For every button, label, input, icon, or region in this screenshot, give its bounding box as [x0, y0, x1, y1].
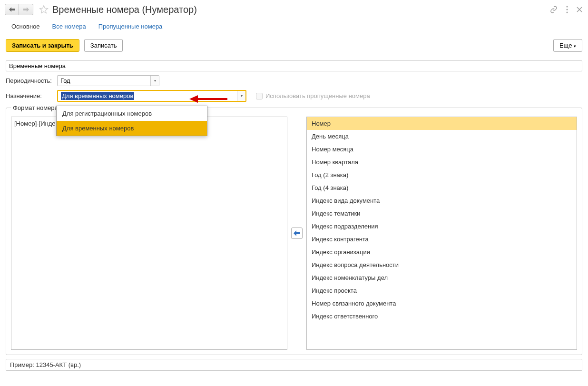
dropdown-option-temporary[interactable]: Для временных номеров	[57, 121, 207, 136]
list-item[interactable]: Номер месяца	[307, 143, 577, 156]
list-item[interactable]: Номер	[307, 117, 577, 130]
purpose-select[interactable]: Для временных номеров	[58, 91, 237, 101]
list-item[interactable]: Год (2 знака)	[307, 168, 577, 181]
tab-skipped[interactable]: Пропущенные номера	[93, 19, 168, 32]
periodicity-dropdown-button[interactable]: ▾	[150, 76, 159, 86]
list-item[interactable]: Индекс вида документа	[307, 194, 577, 207]
list-item[interactable]: Индекс подразделения	[307, 220, 577, 233]
list-item[interactable]: Номер связанного документа	[307, 297, 577, 310]
link-icon[interactable]	[549, 5, 559, 14]
periodicity-label: Периодичность:	[6, 77, 54, 84]
purpose-dropdown-list: Для регистрационных номеров Для временны…	[56, 106, 207, 136]
use-skipped-label: Использовать пропущенные номера	[265, 92, 370, 99]
format-group: Формат номера [Номер]-[Инде Номер День м…	[6, 108, 582, 355]
example-output: Пример: 12345-АКТ (вр.)	[6, 359, 582, 371]
kebab-menu-icon[interactable]	[565, 5, 569, 14]
purpose-select-wrap: Для временных номеров ▾	[57, 90, 246, 102]
more-button[interactable]: Еще ▾	[553, 39, 582, 52]
list-item[interactable]: Год (4 знака)	[307, 181, 577, 194]
format-group-title: Формат номера	[11, 104, 60, 111]
list-item[interactable]: Индекс организации	[307, 246, 577, 258]
list-item[interactable]: Индекс номенклатуры дел	[307, 271, 577, 284]
back-button[interactable]	[5, 4, 19, 15]
periodicity-select[interactable]	[58, 76, 150, 86]
save-and-close-button[interactable]: Записать и закрыть	[6, 39, 79, 52]
page-title: Временные номера (Нумератор)	[52, 4, 197, 15]
placeholders-list: Номер День месяца Номер месяца Номер ква…	[306, 117, 577, 350]
svg-point-1	[567, 9, 568, 10]
dropdown-option-registration[interactable]: Для регистрационных номеров	[57, 106, 207, 121]
tab-main[interactable]: Основное	[6, 19, 46, 32]
purpose-label: Назначение:	[6, 92, 54, 99]
arrow-right-icon	[23, 7, 29, 12]
svg-point-2	[567, 12, 568, 13]
list-item[interactable]: Индекс тематики	[307, 207, 577, 220]
use-skipped-checkbox	[256, 93, 263, 99]
move-left-button[interactable]	[291, 228, 303, 239]
save-button[interactable]: Записать	[84, 39, 123, 52]
chevron-down-icon: ▾	[574, 44, 576, 49]
list-item[interactable]: Индекс вопроса деятельности	[307, 258, 577, 271]
list-item[interactable]: Номер квартала	[307, 156, 577, 168]
tab-bar: Основное Все номера Пропущенные номера	[0, 19, 588, 32]
name-input[interactable]	[6, 60, 582, 71]
list-item[interactable]: День месяца	[307, 130, 577, 143]
close-icon[interactable]	[576, 6, 583, 13]
tab-all-numbers[interactable]: Все номера	[47, 19, 92, 32]
forward-button[interactable]	[19, 4, 33, 15]
favorite-star-icon[interactable]	[39, 5, 49, 14]
list-item[interactable]: Индекс контрагента	[307, 233, 577, 246]
list-item[interactable]: Индекс ответственного	[307, 310, 577, 323]
list-item[interactable]: Индекс проекта	[307, 284, 577, 297]
format-text-area[interactable]: [Номер]-[Инде	[11, 117, 287, 350]
arrow-left-icon	[9, 7, 15, 12]
arrow-left-icon	[294, 230, 300, 236]
svg-point-0	[567, 6, 568, 8]
purpose-dropdown-button[interactable]: ▾	[237, 91, 245, 101]
